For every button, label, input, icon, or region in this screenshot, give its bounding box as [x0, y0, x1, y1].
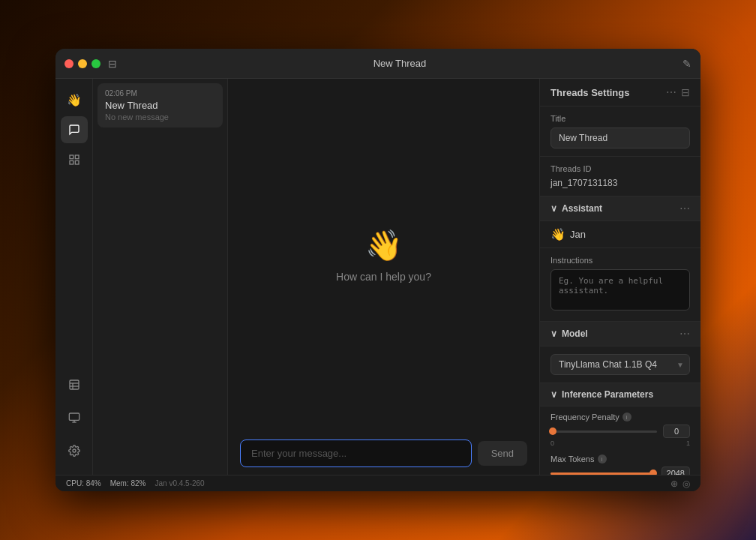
max-tokens-slider-row: 2048 [550, 466, 690, 475]
version-status: Jan v0.4.5-260 [155, 479, 205, 488]
settings-title-section: Title [540, 106, 700, 157]
svg-rect-4 [70, 380, 79, 389]
frequency-penalty-range: 0 1 [550, 440, 690, 447]
max-tokens-info-icon[interactable]: i [598, 454, 607, 464]
max-tokens-slider[interactable] [550, 472, 656, 475]
settings-title: Threads Settings [550, 87, 629, 98]
model-select-wrapper: TinyLlama Chat 1.1B Q4 ▼ [550, 354, 690, 375]
sidebar-toggle-icon[interactable]: ⊟ [108, 58, 117, 70]
cpu-value: 84% [86, 479, 101, 488]
app-window: ⊟ New Thread ✎ 👋 [56, 49, 700, 491]
ellipsis-icon[interactable]: ⋯ [666, 86, 676, 98]
assistant-name-row: 👋 Jan [540, 221, 700, 248]
inference-section-header[interactable]: ∨ Inference Parameters [540, 383, 700, 406]
frequency-penalty-param: Frequency Penalty i 0 0 1 [550, 412, 690, 447]
maximize-button[interactable] [92, 59, 100, 68]
chat-input-area: Send [228, 432, 539, 475]
traffic-lights [64, 59, 100, 68]
thread-time: 02:06 PM [105, 89, 215, 98]
discord-icon[interactable]: ⊕ [670, 478, 678, 489]
frequency-penalty-label: Frequency Penalty i [550, 412, 690, 422]
model-section-left: ∨ Model [550, 328, 588, 339]
collapse-icon[interactable]: ⊟ [681, 86, 690, 98]
frequency-penalty-slider-row: 0 [550, 424, 690, 438]
thread-name: New Thread [105, 100, 215, 111]
frequency-penalty-info-icon[interactable]: i [622, 412, 632, 422]
mem-status: Mem: 82% [110, 479, 146, 488]
nav-icon-settings[interactable] [61, 437, 88, 464]
svg-rect-2 [70, 160, 74, 164]
svg-rect-0 [70, 155, 74, 159]
nav-icon-grid[interactable] [61, 146, 88, 173]
assistant-ellipsis-icon[interactable]: ⋯ [680, 202, 690, 214]
chat-welcome-text: How can I help you? [336, 271, 431, 283]
model-section-label: Model [562, 328, 588, 339]
model-select-section: TinyLlama Chat 1.1B Q4 ▼ [540, 346, 700, 383]
chat-welcome-emoji: 👋 [365, 228, 403, 263]
assistant-section-left: ∨ Assistant [550, 203, 602, 214]
mem-value: 82% [130, 479, 146, 488]
status-icons: ⊕ ◎ [670, 478, 690, 489]
settings-header: Threads Settings ⋯ ⊟ [540, 79, 700, 106]
chevron-down-icon: ∨ [550, 203, 557, 214]
svg-rect-3 [75, 160, 79, 164]
github-icon[interactable]: ◎ [682, 478, 690, 489]
title-input[interactable] [550, 128, 690, 148]
title-bar-right: ✎ [682, 58, 692, 70]
instructions-section: Instructions [540, 248, 700, 322]
settings-panel: Threads Settings ⋯ ⊟ Title Threads ID ja… [539, 79, 700, 475]
title-bar: ⊟ New Thread ✎ [56, 49, 700, 79]
thread-item[interactable]: 02:06 PM New Thread No new message [98, 83, 223, 128]
instructions-label: Instructions [550, 256, 690, 265]
nav-icon-table[interactable] [61, 371, 88, 398]
edit-icon[interactable]: ✎ [682, 58, 692, 70]
main-content: 👋 [56, 79, 700, 475]
settings-header-icons: ⋯ ⊟ [666, 86, 690, 98]
nav-icon-chat[interactable] [61, 116, 88, 143]
chat-area: 👋 How can I help you? Send [228, 79, 539, 475]
max-tokens-value: 2048 [662, 466, 690, 475]
assistant-section-label: Assistant [562, 203, 602, 214]
model-chevron-icon: ∨ [550, 328, 557, 339]
model-ellipsis-icon[interactable]: ⋯ [680, 328, 690, 340]
threads-id-label: Threads ID [550, 164, 690, 173]
send-button[interactable]: Send [478, 441, 527, 466]
inference-chevron-icon: ∨ [550, 389, 557, 400]
max-tokens-param: Max Tokens i 2048 100 2048 [550, 454, 690, 475]
status-bar: CPU: 84% Mem: 82% Jan v0.4.5-260 ⊕ ◎ [56, 475, 700, 491]
frequency-penalty-slider[interactable] [550, 430, 657, 433]
thread-preview: No new message [105, 112, 215, 122]
thread-list: 02:06 PM New Thread No new message [93, 79, 228, 475]
assistant-name-text: Jan [570, 229, 586, 240]
assistant-section-header[interactable]: ∨ Assistant ⋯ [540, 196, 700, 221]
title-label: Title [550, 114, 690, 123]
max-tokens-thumb[interactable] [650, 470, 657, 475]
nav-bottom-group [61, 371, 88, 475]
model-section-header[interactable]: ∨ Model ⋯ [540, 322, 700, 346]
svg-rect-1 [75, 155, 79, 159]
svg-point-11 [73, 449, 76, 452]
chat-main: 👋 How can I help you? [228, 79, 539, 432]
close-button[interactable] [64, 59, 74, 68]
inference-section-label: Inference Parameters [562, 389, 653, 400]
instructions-textarea[interactable] [550, 269, 690, 310]
assistant-emoji-icon: 👋 [550, 227, 566, 242]
minimize-button[interactable] [78, 59, 87, 68]
nav-sidebar: 👋 [56, 79, 93, 475]
nav-icon-wave[interactable]: 👋 [61, 86, 88, 113]
inference-section-content: Frequency Penalty i 0 0 1 [540, 406, 700, 475]
frequency-penalty-value: 0 [663, 424, 690, 438]
max-tokens-label: Max Tokens i [550, 454, 690, 464]
frequency-penalty-thumb[interactable] [549, 428, 556, 435]
inference-section-left: ∨ Inference Parameters [550, 389, 653, 400]
cpu-status: CPU: 84% [66, 479, 101, 488]
max-tokens-fill [550, 472, 653, 475]
threads-id-value: jan_1707131183 [550, 178, 690, 188]
chat-input[interactable] [240, 440, 472, 467]
threads-id-section: Threads ID jan_1707131183 [540, 157, 700, 196]
nav-icon-monitor[interactable] [61, 404, 88, 431]
window-title: New Thread [117, 58, 682, 69]
svg-rect-8 [69, 413, 79, 420]
model-select[interactable]: TinyLlama Chat 1.1B Q4 [550, 354, 690, 375]
